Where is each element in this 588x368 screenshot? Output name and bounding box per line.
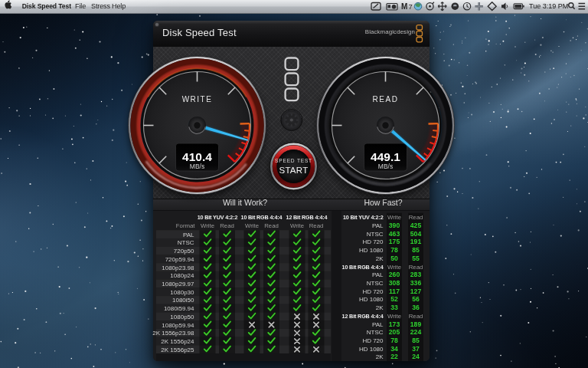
svg-text:Stress: Stress [91,2,111,10]
svg-text:224: 224 [410,328,422,336]
svg-text:449.1: 449.1 [371,150,400,163]
svg-text:Read: Read [409,264,423,271]
svg-text:Read: Read [409,214,423,221]
svg-text:Disk Speed Test: Disk Speed Test [22,2,71,10]
svg-text:36: 36 [412,304,420,311]
svg-text:336: 336 [410,279,422,287]
svg-text:117: 117 [389,288,400,295]
svg-text:173: 173 [389,320,400,328]
svg-text:PAL: PAL [372,321,384,328]
svg-text:720p59.94: 720p59.94 [165,256,194,263]
svg-text:410.4: 410.4 [182,150,212,163]
svg-text:55: 55 [412,255,420,262]
svg-text:24: 24 [412,353,420,360]
svg-text:425: 425 [410,222,422,229]
svg-text:189: 189 [410,320,422,328]
svg-text:NTSC: NTSC [367,280,384,287]
svg-text:2K 1556p24: 2K 1556p24 [161,338,194,345]
svg-text:Read: Read [309,222,324,229]
svg-text:1080i59.94: 1080i59.94 [164,305,194,312]
svg-text:720p50: 720p50 [174,248,194,255]
svg-text:Read: Read [409,313,423,320]
svg-text:WRITE: WRITE [182,95,213,104]
svg-text:NTSC: NTSC [367,231,384,238]
svg-text:M: M [401,2,407,11]
svg-text:7: 7 [409,2,413,11]
svg-text:HD 1080: HD 1080 [359,296,384,303]
svg-text:37: 37 [412,345,420,353]
svg-text:85: 85 [412,337,420,344]
svg-text:10 Bit YUV 4:2:2: 10 Bit YUV 4:2:2 [343,214,384,221]
svg-text:Write: Write [245,222,259,229]
svg-text:1080p50: 1080p50 [170,314,194,320]
svg-text:NTSC: NTSC [178,239,194,246]
svg-text:85: 85 [412,246,420,254]
svg-text:12 Bit RGB 4:4:4: 12 Bit RGB 4:4:4 [286,214,328,221]
svg-text:Read: Read [220,222,234,229]
svg-text:MB/s: MB/s [190,163,204,170]
svg-text:504: 504 [410,230,422,238]
svg-text:1080p30: 1080p30 [170,289,194,296]
svg-text:191: 191 [410,238,422,245]
svg-text:33: 33 [390,304,398,311]
svg-text:NTSC: NTSC [367,329,384,336]
svg-text:205: 205 [389,328,400,336]
svg-text:1080p23.98: 1080p23.98 [162,264,194,271]
svg-text:34: 34 [390,345,398,353]
svg-text:PAL: PAL [372,222,384,229]
svg-text:Write: Write [201,222,214,229]
svg-text:HD 720: HD 720 [362,337,384,344]
svg-text:283: 283 [410,271,422,278]
svg-text:2K: 2K [376,304,384,311]
svg-text:50: 50 [390,255,398,262]
svg-text:Format: Format [176,222,196,229]
svg-text:Write: Write [290,222,304,229]
svg-text:Write: Write [387,264,401,271]
svg-text:2K 1556p25: 2K 1556p25 [161,347,194,353]
svg-text:56: 56 [412,295,420,303]
svg-text:Write: Write [387,214,401,221]
svg-text:10 Bit RGB 4:4:4: 10 Bit RGB 4:4:4 [342,264,384,271]
svg-text:SPEED TEST: SPEED TEST [275,158,312,163]
svg-text:1080p24: 1080p24 [170,272,194,279]
svg-text:PAL: PAL [183,232,194,238]
svg-text:2K: 2K [376,353,384,360]
svg-text:22: 22 [390,353,398,360]
svg-text:1080p59.94: 1080p59.94 [162,322,194,329]
svg-text:463: 463 [389,230,400,238]
svg-text:390: 390 [389,222,400,229]
svg-text:HD 1080: HD 1080 [359,247,384,254]
svg-text:78: 78 [390,246,398,254]
svg-text:HD 720: HD 720 [362,288,384,295]
svg-text:Help: Help [112,2,126,10]
svg-text:HD 720: HD 720 [362,238,384,245]
svg-text:Tue 3:19 PM: Tue 3:19 PM [529,2,568,10]
svg-text:File: File [75,2,86,10]
svg-text:78: 78 [390,337,398,344]
svg-text:HD 1080: HD 1080 [359,346,384,353]
svg-text:MB/s: MB/s [378,163,393,170]
svg-text:308: 308 [389,279,400,287]
svg-text:52: 52 [390,295,398,303]
svg-text:10 Bit YUV 4:2:2: 10 Bit YUV 4:2:2 [198,214,238,221]
svg-text:Read: Read [264,222,279,229]
svg-text:START: START [279,166,308,175]
svg-text:260: 260 [389,271,400,278]
svg-text:2K: 2K [376,255,384,262]
svg-text:175: 175 [389,238,400,245]
svg-text:127: 127 [410,288,422,295]
svg-text:2K 1556p23.98: 2K 1556p23.98 [152,330,194,337]
svg-text:Write: Write [387,313,401,320]
svg-text:READ: READ [373,95,399,104]
svg-text:PAL: PAL [372,271,384,278]
svg-text:12 Bit RGB 4:4:4: 12 Bit RGB 4:4:4 [342,313,384,320]
svg-text:1080p29.97: 1080p29.97 [162,281,194,288]
svg-text:10 Bit RGB 4:4:4: 10 Bit RGB 4:4:4 [241,214,283,221]
svg-text:1080i50: 1080i50 [172,297,194,304]
